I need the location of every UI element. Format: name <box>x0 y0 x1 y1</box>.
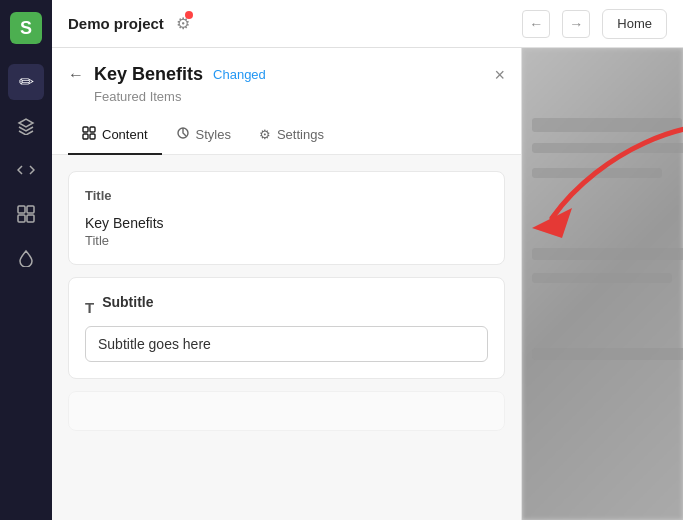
preview-line-6 <box>532 348 683 360</box>
sidebar-item-code[interactable] <box>8 152 44 188</box>
preview-line-3 <box>532 168 662 178</box>
panel-body: Title Key Benefits Title T Subtitle <box>52 155 521 520</box>
title-field-value: Key Benefits <box>85 215 488 231</box>
tab-settings-label: Settings <box>277 127 324 142</box>
content-tab-icon <box>82 126 96 143</box>
panel-subtitle: Featured Items <box>94 89 505 104</box>
project-title: Demo project <box>68 15 164 32</box>
sidebar-item-layers[interactable] <box>8 108 44 144</box>
gear-icon[interactable]: ⚙ <box>176 14 190 33</box>
preview-area <box>522 48 683 520</box>
panel-tabs: Content Styles ⚙ Settings <box>68 116 505 154</box>
icon-bar: S ✏ <box>0 0 52 520</box>
svg-rect-2 <box>18 215 25 222</box>
subtitle-input[interactable] <box>85 326 488 362</box>
panel-title: Key Benefits <box>94 64 203 85</box>
svg-rect-7 <box>90 134 95 139</box>
notification-dot <box>185 11 193 19</box>
side-panel: ← Key Benefits Changed × Featured Items <box>52 48 522 520</box>
app-header: Demo project ⚙ ← → Home <box>52 0 683 48</box>
subtitle-card: T Subtitle <box>68 277 505 379</box>
subtitle-label-row: T Subtitle <box>85 294 488 320</box>
main-area: Demo project ⚙ ← → Home ← Key Benefits C… <box>52 0 683 520</box>
tab-styles-label: Styles <box>196 127 231 142</box>
app-logo[interactable]: S <box>10 12 42 44</box>
subtitle-section-label: Subtitle <box>102 294 153 310</box>
preview-line-5 <box>532 273 672 283</box>
svg-rect-3 <box>27 215 34 222</box>
preview-line-1 <box>532 118 682 132</box>
settings-tab-icon: ⚙ <box>259 127 271 142</box>
panel-title-row: ← Key Benefits Changed × <box>68 64 505 85</box>
panel-close-button[interactable]: × <box>494 66 505 84</box>
changed-badge: Changed <box>213 67 266 82</box>
tab-styles[interactable]: Styles <box>162 116 245 155</box>
preview-line-2 <box>532 143 683 153</box>
sidebar-item-drop[interactable] <box>8 240 44 276</box>
subtitle-text-icon: T <box>85 299 94 316</box>
sidebar-item-grid[interactable] <box>8 196 44 232</box>
title-section-label: Title <box>85 188 488 203</box>
preview-line-4 <box>532 248 683 260</box>
sidebar-item-edit[interactable]: ✏ <box>8 64 44 100</box>
panel-header: ← Key Benefits Changed × Featured Items <box>52 48 521 155</box>
title-field-placeholder: Title <box>85 233 488 248</box>
svg-rect-1 <box>27 206 34 213</box>
back-button[interactable]: ← <box>522 10 550 38</box>
tab-settings[interactable]: ⚙ Settings <box>245 116 338 155</box>
styles-tab-icon <box>176 126 190 143</box>
title-card: Title Key Benefits Title <box>68 171 505 265</box>
tab-content-label: Content <box>102 127 148 142</box>
svg-rect-0 <box>18 206 25 213</box>
extra-card <box>68 391 505 431</box>
svg-rect-5 <box>90 127 95 132</box>
content-row: ← Key Benefits Changed × Featured Items <box>52 48 683 520</box>
home-button[interactable]: Home <box>602 9 667 39</box>
tab-content[interactable]: Content <box>68 116 162 155</box>
panel-back-button[interactable]: ← <box>68 66 84 84</box>
svg-rect-4 <box>83 127 88 132</box>
forward-button[interactable]: → <box>562 10 590 38</box>
svg-rect-6 <box>83 134 88 139</box>
